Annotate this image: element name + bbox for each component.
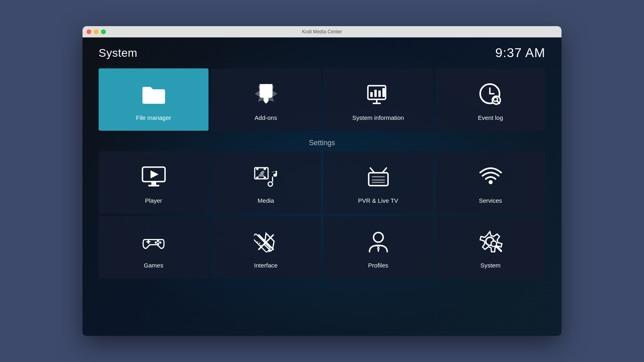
svg-rect-2 <box>268 86 270 89</box>
svg-rect-44 <box>254 234 270 253</box>
svg-line-33 <box>382 168 386 173</box>
tile-services[interactable]: Services <box>436 151 545 214</box>
svg-rect-31 <box>369 173 388 186</box>
games-icon <box>140 228 168 256</box>
svg-rect-21 <box>148 185 159 187</box>
tile-add-ons[interactable]: Add-ons <box>211 68 321 131</box>
svg-point-53 <box>491 241 497 247</box>
tile-services-label: Services <box>479 197 502 204</box>
tile-system-information-label: System information <box>352 114 404 121</box>
sysinfo-icon <box>364 80 392 109</box>
svg-rect-10 <box>378 90 381 97</box>
tile-interface[interactable]: Interface <box>211 216 321 278</box>
svg-rect-25 <box>256 177 258 179</box>
folder-icon <box>140 80 168 109</box>
titlebar: Kodi Media Center <box>83 26 561 37</box>
svg-rect-1 <box>262 86 264 89</box>
svg-rect-26 <box>264 177 266 179</box>
settings-label: Settings <box>99 139 545 147</box>
minimize-button[interactable] <box>94 29 99 34</box>
svg-marker-19 <box>151 171 159 179</box>
svg-rect-4 <box>268 91 270 94</box>
player-icon <box>140 163 168 191</box>
svg-rect-8 <box>370 92 373 97</box>
svg-point-42 <box>155 241 157 244</box>
tile-games[interactable]: Games <box>99 216 208 278</box>
services-icon <box>477 163 505 191</box>
tile-add-ons-label: Add-ons <box>255 114 277 121</box>
clock: 9:37 AM <box>495 45 545 60</box>
svg-point-37 <box>489 180 493 184</box>
tile-system[interactable]: System <box>436 216 545 278</box>
svg-point-50 <box>374 232 383 242</box>
svg-point-43 <box>157 243 159 245</box>
tile-pvr-live-tv[interactable]: PVR & Live TV <box>323 151 433 214</box>
tile-file-manager[interactable]: File manager <box>99 68 208 131</box>
svg-point-41 <box>159 241 161 244</box>
svg-line-45 <box>257 242 258 243</box>
svg-point-40 <box>157 240 159 242</box>
addons-icon <box>252 80 280 109</box>
svg-rect-0 <box>142 92 165 104</box>
pvr-icon <box>364 163 392 191</box>
svg-point-28 <box>261 171 264 173</box>
profiles-icon <box>364 228 392 256</box>
tile-media[interactable]: Media <box>211 151 321 214</box>
svg-rect-3 <box>262 91 264 94</box>
tile-pvr-live-tv-label: PVR & Live TV <box>358 197 398 204</box>
svg-point-29 <box>268 182 272 186</box>
tile-player[interactable]: Player <box>99 151 208 214</box>
tile-event-log[interactable]: Event log <box>436 68 545 131</box>
eventlog-icon <box>477 80 505 109</box>
svg-rect-20 <box>151 182 156 185</box>
tile-profiles[interactable]: Profiles <box>323 216 433 278</box>
tile-system-information[interactable]: System information <box>323 68 433 131</box>
traffic-lights <box>87 29 106 34</box>
tile-system-label: System <box>480 262 500 269</box>
top-tiles-grid: File manager Add-ons <box>99 68 545 131</box>
tile-event-log-label: Event log <box>478 114 503 121</box>
app-window: Kodi Media Center System 9:37 AM File ma… <box>83 26 561 336</box>
window-title: Kodi Media Center <box>302 29 342 35</box>
tile-games-label: Games <box>144 262 163 269</box>
svg-rect-9 <box>374 90 377 97</box>
system-icon <box>477 228 505 256</box>
tile-player-label: Player <box>145 197 162 204</box>
svg-rect-24 <box>264 168 266 170</box>
app-content: System 9:37 AM File manager <box>83 37 561 336</box>
tile-media-label: Media <box>258 197 274 204</box>
maximize-button[interactable] <box>101 29 106 34</box>
svg-rect-23 <box>256 168 258 170</box>
tile-profiles-label: Profiles <box>368 262 388 269</box>
svg-line-32 <box>370 168 374 173</box>
svg-rect-11 <box>382 88 385 97</box>
tile-interface-label: Interface <box>254 262 277 269</box>
top-bar: System 9:37 AM <box>99 45 545 60</box>
bottom-tiles-grid: Player <box>99 151 545 278</box>
tile-file-manager-label: File manager <box>136 114 171 121</box>
close-button[interactable] <box>87 29 91 34</box>
page-title: System <box>99 47 137 60</box>
media-icon <box>252 163 280 191</box>
interface-icon <box>252 228 280 256</box>
svg-line-46 <box>258 243 260 244</box>
